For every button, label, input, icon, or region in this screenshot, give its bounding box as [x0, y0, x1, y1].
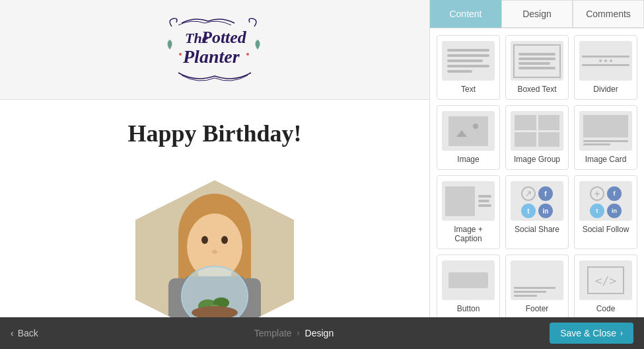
block-code-label: Code	[596, 304, 616, 313]
svg-text:Planter: Planter	[182, 46, 240, 67]
tab-design[interactable]: Design	[501, 0, 573, 28]
tab-comments[interactable]: Comments	[573, 0, 644, 28]
svg-point-10	[201, 236, 208, 244]
save-close-button[interactable]: Save & Close ›	[550, 323, 633, 344]
block-button[interactable]: Button	[437, 254, 500, 317]
block-divider-icon	[579, 41, 632, 81]
block-text[interactable]: Text	[437, 35, 500, 100]
svg-point-12	[212, 250, 217, 254]
block-image-card-label: Image Card	[585, 155, 627, 164]
block-footer-icon	[511, 260, 563, 300]
tab-content[interactable]: Content	[430, 0, 501, 28]
block-image-label: Image	[457, 155, 479, 164]
back-button[interactable]: ‹ Back	[11, 328, 38, 338]
block-social-follow[interactable]: + f t in Social Follow	[574, 175, 637, 249]
content-blocks-grid: Text Boxed Text	[430, 28, 644, 317]
svg-point-11	[221, 236, 228, 244]
svg-text:Potted: Potted	[201, 28, 247, 47]
block-divider[interactable]: Divider	[574, 35, 637, 100]
block-image-caption-label: Image + Caption	[440, 225, 497, 243]
block-image-caption-icon	[442, 181, 495, 221]
svg-point-3	[179, 53, 182, 56]
birthday-heading: Happy Birthday!	[127, 120, 301, 147]
hexagon-image	[135, 180, 294, 317]
block-code[interactable]: </> Code	[574, 254, 637, 317]
block-image-caption[interactable]: Image + Caption	[437, 175, 500, 249]
block-button-icon	[442, 260, 495, 300]
block-button-label: Button	[457, 304, 480, 313]
back-label: Back	[18, 328, 38, 338]
block-text-icon	[442, 41, 495, 81]
tabs: Content Design Comments	[430, 0, 644, 28]
hexagon-container	[122, 167, 307, 317]
block-image-icon	[442, 111, 495, 151]
svg-point-4	[246, 53, 249, 56]
chevron-right-icon: ›	[620, 329, 623, 338]
sidebar: Content Design Comments Text	[429, 0, 644, 317]
block-social-share-label: Social Share	[515, 225, 559, 234]
block-text-label: Text	[461, 85, 476, 94]
person-image	[135, 180, 294, 317]
preview-panel: The Potted Planter Happy Birthday!	[0, 0, 429, 317]
breadcrumb: Template › Design	[254, 328, 334, 338]
breadcrumb-current: Design	[305, 328, 334, 338]
block-social-follow-icon: + f t in	[579, 181, 632, 221]
block-code-icon: </>	[579, 260, 632, 300]
breadcrumb-arrow-icon: ›	[297, 329, 300, 338]
block-footer-label: Footer	[526, 304, 549, 313]
block-image-group-label: Image Group	[514, 155, 560, 164]
block-boxed-text-icon	[511, 41, 563, 81]
save-close-label: Save & Close	[560, 328, 616, 338]
block-divider-label: Divider	[593, 85, 618, 94]
block-social-follow-label: Social Follow	[583, 225, 629, 234]
back-arrow-icon: ‹	[11, 328, 14, 338]
block-boxed-text-label: Boxed Text	[517, 85, 556, 94]
bottom-bar: ‹ Back Template › Design Save & Close ›	[0, 317, 644, 349]
breadcrumb-template: Template	[254, 328, 292, 338]
block-social-share-icon: ↗ f t in	[511, 181, 563, 221]
block-image[interactable]: Image	[437, 105, 500, 170]
block-image-group[interactable]: Image Group	[505, 105, 569, 170]
block-image-card[interactable]: Image Card	[574, 105, 637, 170]
main-area: The Potted Planter Happy Birthday!	[0, 0, 644, 317]
preview-content: Happy Birthday!	[0, 100, 429, 317]
logo-area: The Potted Planter	[0, 0, 429, 100]
block-social-share[interactable]: ↗ f t in Social Share	[505, 175, 569, 249]
block-boxed-text[interactable]: Boxed Text	[505, 35, 569, 100]
block-image-card-icon	[579, 111, 632, 151]
block-footer[interactable]: Footer	[505, 254, 569, 317]
block-image-group-icon	[511, 111, 563, 151]
